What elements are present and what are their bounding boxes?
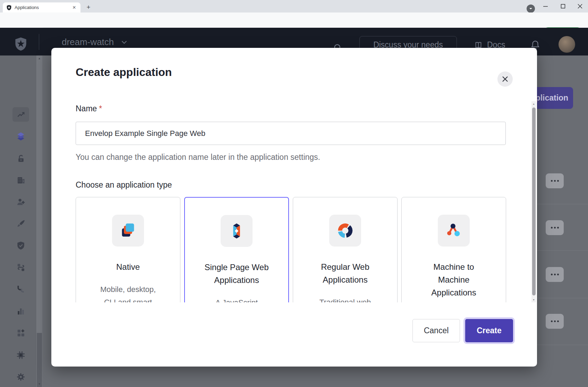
sidebar-item-activity[interactable] — [12, 106, 29, 123]
row-actions-button[interactable] — [546, 267, 564, 282]
auth0-favicon-icon — [6, 5, 12, 10]
modal-scrollbar[interactable]: ▲ ▼ — [531, 101, 536, 302]
scroll-up-icon[interactable]: ▲ — [36, 55, 42, 61]
card-title: Regular Web Applications — [293, 260, 397, 286]
card-native[interactable]: Native Mobile, desktop, CLI and smart — [76, 197, 180, 302]
sidebar-item-organizations[interactable] — [12, 172, 29, 188]
card-single-page-web[interactable]: Single Page Web Applications A JavaScrip… — [184, 197, 289, 302]
tenant-switcher[interactable]: dream-watch — [62, 37, 127, 48]
sidebar-item-user-management[interactable] — [12, 194, 29, 210]
application-type-cards: Native Mobile, desktop, CLI and smart — [76, 197, 508, 302]
scroll-down-icon[interactable]: ▼ — [531, 297, 536, 302]
modal-close-button[interactable] — [497, 71, 513, 87]
modal-title: Create application — [76, 66, 172, 79]
page-scrollbar-thumb[interactable] — [37, 333, 42, 387]
close-icon — [502, 76, 508, 82]
card-title: Machine to Machine Applications — [402, 260, 506, 299]
sidebar-item-branding[interactable] — [12, 215, 29, 232]
window-maximize-button[interactable] — [555, 0, 571, 12]
window-minimize-button[interactable] — [537, 0, 553, 12]
modal-scrollbar-thumb[interactable] — [532, 108, 536, 295]
sidebar-item-extensions[interactable] — [12, 347, 29, 363]
card-subtitle: A JavaScript — [185, 296, 288, 302]
application-type-label: Choose an application type — [76, 180, 172, 190]
user-avatar[interactable] — [559, 36, 575, 53]
sidebar-item-marketplace[interactable] — [12, 325, 29, 341]
auth0-logo-icon — [14, 37, 28, 51]
create-button[interactable]: Create — [465, 319, 513, 342]
row-actions-button[interactable] — [546, 314, 564, 329]
card-machine-to-machine[interactable]: Machine to Machine Applications — [401, 197, 506, 302]
browser-menu-chevron-icon[interactable] — [527, 5, 535, 13]
sidebar-item-applications[interactable] — [12, 128, 29, 145]
scroll-up-icon[interactable]: ▲ — [531, 101, 536, 106]
name-label: Name* — [76, 104, 102, 113]
native-icon — [112, 215, 144, 247]
browser-titlebar: Applications ✕ + — [0, 0, 588, 12]
browser-toolbar: manage.auth0.com/dashboard/eu/dream-watc… — [0, 12, 588, 28]
sidebar-item-monitoring[interactable] — [12, 303, 29, 319]
name-helper-text: You can change the application name late… — [76, 153, 320, 162]
sidebar: ? — [0, 55, 36, 387]
screen: Applications ✕ + — [0, 0, 588, 387]
required-asterisk: * — [99, 104, 102, 113]
cancel-button[interactable]: Cancel — [412, 319, 460, 342]
m2m-icon — [438, 215, 470, 247]
sidebar-item-auth-pipeline[interactable] — [12, 281, 29, 298]
sidebar-item-settings[interactable] — [12, 369, 29, 385]
row-divider — [537, 250, 588, 251]
tab-close-icon[interactable]: ✕ — [71, 5, 77, 10]
create-application-modal: Create application Name* You can change … — [51, 48, 537, 367]
browser-tab[interactable]: Applications ✕ — [3, 2, 80, 12]
row-actions-button[interactable] — [546, 173, 564, 188]
app-background: dream-watch Discuss your needs Docs — [0, 28, 588, 387]
scroll-down-icon[interactable]: ▼ — [36, 381, 42, 387]
sidebar-item-authentication[interactable] — [12, 150, 29, 166]
chevron-down-icon — [121, 41, 127, 44]
card-subtitle: Traditional web — [293, 296, 397, 302]
card-title: Native — [76, 260, 180, 273]
page-scrollbar[interactable]: ▲ ▼ — [36, 55, 42, 387]
sidebar-item-actions[interactable] — [12, 259, 29, 276]
card-regular-web[interactable]: Regular Web Applications Traditional web — [293, 197, 398, 302]
row-actions-button[interactable] — [546, 220, 564, 235]
row-divider — [537, 204, 588, 204]
row-divider — [537, 298, 588, 298]
row-divider — [537, 345, 588, 345]
tab-title: Applications — [15, 5, 71, 10]
regular-web-icon — [329, 215, 361, 247]
sidebar-item-security[interactable] — [12, 237, 29, 254]
header-divider — [39, 34, 39, 50]
card-subtitle: Mobile, desktop, CLI and smart — [76, 283, 180, 302]
application-name-input[interactable] — [76, 122, 506, 145]
window-close-button[interactable] — [572, 0, 588, 12]
spa-icon — [221, 215, 253, 247]
new-tab-button[interactable]: + — [84, 3, 93, 12]
card-title: Single Page Web Applications — [185, 261, 288, 286]
